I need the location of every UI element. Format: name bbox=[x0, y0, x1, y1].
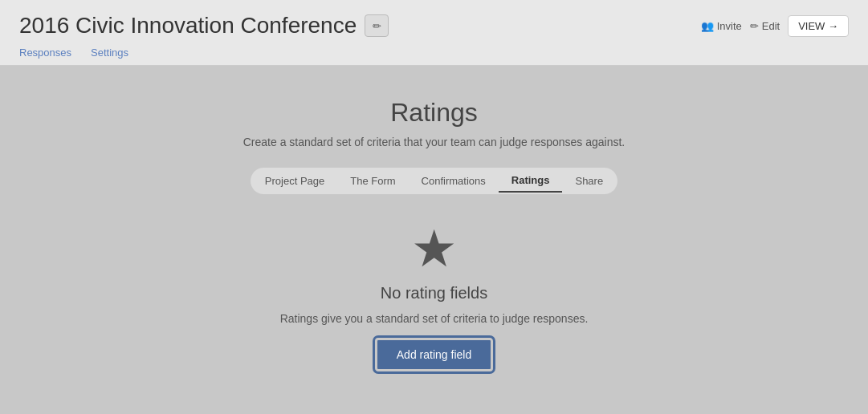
view-button[interactable]: VIEW → bbox=[788, 15, 849, 37]
edit-icon: ✏ bbox=[750, 20, 759, 32]
header-actions: 👥 Invite ✏ Edit VIEW → bbox=[701, 15, 849, 37]
tab-project-page[interactable]: Project Page bbox=[252, 169, 337, 193]
ratings-heading: Ratings bbox=[390, 98, 478, 128]
nav-responses[interactable]: Responses bbox=[19, 47, 71, 65]
edit-button[interactable]: ✏ Edit bbox=[750, 20, 780, 32]
nav-settings[interactable]: Settings bbox=[91, 47, 128, 65]
invite-button[interactable]: 👥 Invite bbox=[701, 20, 742, 32]
add-rating-field-button[interactable]: Add rating field bbox=[375, 338, 493, 371]
invite-label: Invite bbox=[717, 20, 742, 32]
title-edit-button[interactable]: ✏ bbox=[365, 14, 389, 37]
tab-ratings[interactable]: Ratings bbox=[499, 169, 563, 193]
tab-share[interactable]: Share bbox=[562, 169, 616, 193]
empty-title: No rating fields bbox=[381, 284, 487, 302]
empty-description: Ratings give you a standard set of crite… bbox=[280, 312, 589, 325]
pencil-icon: ✏ bbox=[373, 20, 381, 32]
invite-icon: 👥 bbox=[701, 20, 714, 32]
page-header: 2016 Civic Innovation Conference ✏ 👥 Inv… bbox=[0, 0, 868, 66]
empty-state: ★ No rating fields Ratings give you a st… bbox=[280, 223, 589, 371]
tab-confirmations[interactable]: Confirmations bbox=[409, 169, 499, 193]
main-content: Ratings Create a standard set of criteri… bbox=[0, 66, 868, 388]
tabs-bar: Project Page The Form Confirmations Rati… bbox=[251, 168, 617, 194]
tab-the-form[interactable]: The Form bbox=[337, 169, 408, 193]
title-row: 2016 Civic Innovation Conference ✏ bbox=[19, 13, 389, 39]
page-title: 2016 Civic Innovation Conference bbox=[19, 13, 357, 39]
edit-label: Edit bbox=[762, 20, 780, 32]
header-nav: Responses Settings bbox=[19, 47, 849, 65]
ratings-subtext: Create a standard set of criteria that y… bbox=[243, 136, 626, 148]
header-top: 2016 Civic Innovation Conference ✏ 👥 Inv… bbox=[19, 13, 849, 39]
star-icon: ★ bbox=[411, 223, 457, 274]
